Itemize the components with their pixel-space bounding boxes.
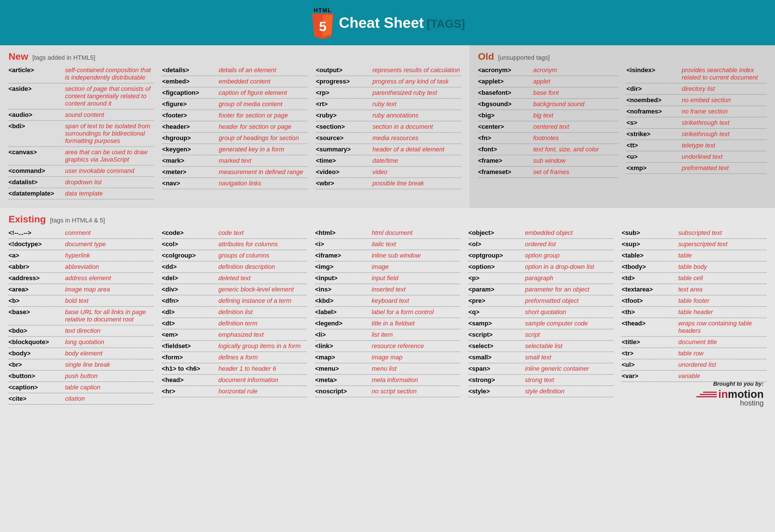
- tag-description: header 1 to header 6: [218, 365, 306, 372]
- header-title-text: Cheat Sheet: [339, 14, 424, 31]
- tag-description: parenthesized ruby text: [372, 89, 461, 96]
- tag-name: <footer>: [162, 112, 219, 119]
- tag-row: <code>code text: [162, 227, 306, 239]
- tag-row: <label>label for a form control: [315, 307, 460, 318]
- tag-name: <iframe>: [315, 252, 372, 259]
- tag-description: sample computer code: [525, 320, 613, 327]
- tag-row: <dfn>defining instance of a term: [162, 296, 306, 307]
- tag-description: wraps row containing table headers: [678, 320, 767, 335]
- tag-description: variable: [678, 372, 767, 380]
- tag-description: script: [525, 331, 613, 339]
- tag-name: <del>: [162, 275, 218, 282]
- tag-name: <area>: [8, 286, 65, 293]
- tag-name: <big>: [478, 112, 533, 119]
- footer-brand: Brought to you by: inmotion hosting: [696, 381, 764, 408]
- tag-name: <meter>: [162, 168, 219, 176]
- tag-row: <meta>meta information: [315, 375, 460, 386]
- tag-name: <address>: [8, 275, 65, 282]
- tag-description: input field: [372, 275, 460, 282]
- tag-row: <!--...-->comment: [8, 227, 153, 239]
- tag-row: <dd>definition description: [162, 261, 306, 273]
- tag-row: <script>script: [469, 330, 613, 341]
- tag-row: <area>image map area: [8, 284, 153, 296]
- section-new-subtitle: [tags added in HTML5]: [32, 54, 95, 61]
- tag-row: <fieldset>logically group items in a for…: [162, 341, 306, 352]
- tag-description: data template: [65, 190, 154, 197]
- tag-row: <img>image: [315, 261, 460, 273]
- tag-row: <ul>unordered list: [622, 359, 767, 371]
- section-existing-subtitle: [tags in HTML4 & 5]: [50, 217, 105, 224]
- tag-description: generic block-level element: [218, 286, 306, 293]
- tag-name: <noscript>: [315, 388, 372, 395]
- tag-row: <section>section in a document: [316, 121, 461, 133]
- tag-row: <em>emphasized text: [162, 330, 306, 341]
- tag-row: <a>hyperlink: [8, 250, 153, 261]
- tag-row: <noframes>no frame section: [627, 106, 767, 117]
- badge-five: 5: [319, 19, 327, 34]
- tag-name: <caption>: [8, 384, 65, 391]
- tag-name: <dl>: [162, 309, 218, 316]
- tag-description: big text: [533, 112, 618, 119]
- tag-description: logically group items in a form: [218, 343, 306, 350]
- tag-name: <progress>: [316, 78, 372, 85]
- tag-row: <big>big text: [478, 110, 618, 121]
- tag-row: <bdo>text direction: [8, 326, 153, 337]
- tag-row: <body>body element: [8, 348, 153, 359]
- tag-name: <style>: [469, 388, 525, 395]
- tag-name: <noframes>: [627, 108, 682, 115]
- tag-name: <colgroup>: [162, 252, 218, 259]
- tag-description: paragraph: [525, 275, 613, 282]
- tag-name: <canvas>: [8, 148, 65, 156]
- tag-name: <audio>: [8, 111, 65, 118]
- tag-name: <meta>: [315, 376, 372, 384]
- tag-description: strikethrough text: [682, 119, 767, 126]
- tag-row: <map>image map: [315, 352, 460, 363]
- tag-description: embedded content: [219, 78, 307, 85]
- column: <article>self-contained composition that…: [8, 65, 154, 199]
- tag-row: <div>generic block-level element: [162, 284, 306, 296]
- tag-description: citation: [65, 395, 153, 402]
- tag-row: <progress>progress of any kind of task: [316, 76, 461, 87]
- tag-name: <section>: [316, 123, 372, 130]
- brand-stripes-icon: [696, 392, 717, 397]
- tag-name: <base>: [8, 309, 65, 316]
- tag-row: <span>inline generic container: [469, 363, 613, 375]
- tag-name: <video>: [316, 168, 372, 176]
- tag-description: inline generic container: [525, 365, 613, 372]
- tag-description: menu list: [372, 365, 460, 372]
- tag-name: <basefont>: [478, 89, 533, 96]
- tag-description: section of page that consists of content…: [65, 85, 154, 107]
- tag-name: <button>: [8, 372, 65, 380]
- tag-description: area that can be used to draw graphics v…: [65, 148, 154, 163]
- tag-row: <frame>sub window: [478, 155, 618, 167]
- existing-columns: <!--...-->comment<!doctype>document type…: [8, 227, 767, 405]
- tag-name: <object>: [469, 229, 525, 236]
- tag-row: <optgroup>option group: [469, 250, 613, 261]
- tag-row: <isindex>provides searchable index relat…: [627, 65, 767, 83]
- tag-description: caption of figure element: [219, 89, 307, 96]
- tag-name: <ol>: [469, 240, 525, 248]
- brand-in: in: [718, 388, 728, 400]
- tag-row: <video>video: [316, 167, 461, 178]
- tag-name: <cite>: [8, 395, 65, 402]
- tag-description: groups of columns: [218, 252, 306, 259]
- tag-description: html document: [372, 229, 460, 236]
- tag-row: <strong>strong text: [469, 375, 613, 386]
- tag-row: <link>resource reference: [315, 341, 460, 352]
- tag-name: <small>: [469, 354, 525, 361]
- tag-row: <pre>preformatted object: [469, 296, 613, 307]
- column: <sub>subscripted text<sup>superscripted …: [622, 227, 767, 405]
- tag-description: option group: [525, 252, 613, 259]
- tag-name: <frame>: [478, 157, 533, 164]
- badge-shield-icon: 5: [310, 14, 335, 39]
- tag-description: defining instance of a term: [218, 297, 306, 305]
- tag-description: unordered list: [678, 361, 767, 369]
- tag-description: footer for section or page: [219, 112, 307, 119]
- tag-row: <xmp>preformatted text: [627, 163, 767, 174]
- tag-name: <embed>: [162, 78, 219, 85]
- tag-row: <rt>ruby text: [316, 99, 461, 110]
- tag-name: <mark>: [162, 157, 219, 164]
- tag-row: <applet>applet: [478, 76, 618, 87]
- tag-row: <s>strikethrough text: [627, 117, 767, 129]
- tag-description: media resources: [372, 134, 461, 142]
